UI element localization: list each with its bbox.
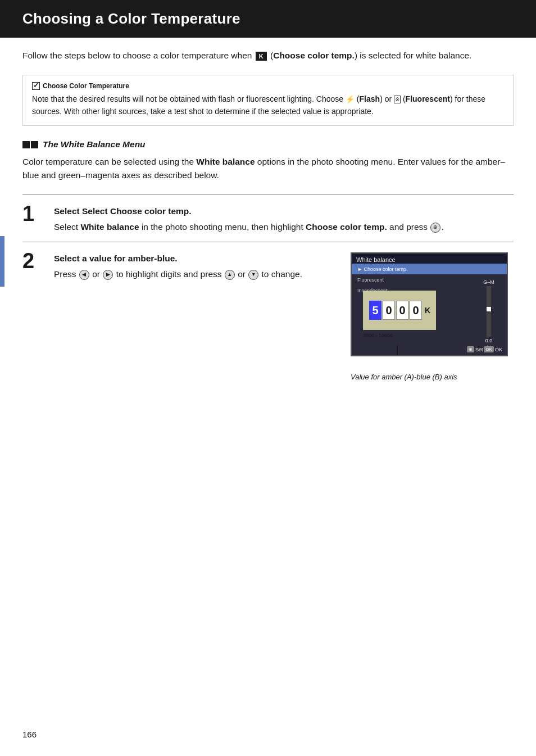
step-2-title: Select a value for amber-blue. — [54, 252, 339, 265]
content-area: Follow the steps below to choose a color… — [0, 49, 536, 422]
flash-icon: ⚡ — [346, 94, 355, 105]
left-dial-icon: ◀ — [79, 270, 89, 280]
left-accent-bar — [0, 236, 4, 287]
step-2-title-bold: Select a value for amber-blue. — [54, 253, 178, 263]
step-1-title: Select Select Choose color temp. — [54, 205, 514, 218]
step-2-body-part3: to change. — [262, 269, 302, 279]
camera-screen: White balance ► Choose color temp. Fluor… — [351, 252, 508, 356]
wb-section-heading: The White Balance Menu — [22, 139, 514, 150]
digit-1: 0 — [383, 301, 395, 320]
intro-text-before: Follow the steps below to choose a color… — [22, 49, 252, 62]
step-2-text: Select a value for amber-blue. Press ◀ o… — [54, 252, 339, 281]
steps-container: 1 Select Select Choose color temp. Selec… — [22, 194, 514, 399]
square-icon-2 — [31, 141, 38, 148]
page-number: 166 — [22, 730, 37, 739]
wb-menu-area: ► Choose color temp. Fluorescent Incande… — [352, 264, 507, 355]
menu-item-text-0: ► Choose color temp. — [357, 266, 407, 272]
set-circle-icon: ⊕ — [467, 346, 474, 352]
value-digits: 5 0 0 0 — [369, 300, 423, 320]
step-2-press-label: Press — [54, 269, 76, 279]
digit-2: 0 — [396, 301, 408, 320]
intro-text-end: ) is selected for white balance. — [355, 49, 472, 62]
set-ok-area: ⊕ Set OK OK — [467, 346, 502, 352]
note-title-text: Choose Color Temperature — [43, 82, 129, 90]
arrow-line — [397, 346, 398, 356]
camera-k-icon: K — [256, 52, 267, 61]
gm-value: 0.0 — [485, 338, 493, 343]
gm-label-top: G–M — [483, 279, 494, 285]
step-1-content: Select Select Choose color temp. Select … — [54, 203, 514, 234]
ok-badge: OK — [484, 346, 494, 352]
up-btn-icon: ▲ — [225, 270, 235, 280]
image-caption: Value for amber (A)-blue (B) axis — [351, 372, 514, 382]
note-title: Choose Color Temperature — [32, 82, 504, 90]
arrow-tip — [394, 356, 400, 356]
note-text: Note that the desired results will not b… — [32, 93, 504, 117]
step-2-or2: or — [238, 269, 246, 279]
wb-screen-label: White balance — [356, 256, 396, 263]
step-2-body: Press ◀ or ▶ to highlight digits and pre… — [54, 268, 339, 281]
menu-item-text-1: Fluorescent — [357, 277, 384, 283]
menu-row-0: ► Choose color temp. — [352, 264, 507, 274]
square-icon-1 — [22, 141, 30, 148]
step-1: 1 Select Select Choose color temp. Selec… — [22, 195, 514, 242]
fluor-label: Fluorescent — [406, 94, 450, 103]
page-title: Choosing a Color Temperature — [22, 10, 514, 28]
step-1-cct-label: Choose color temp. — [306, 222, 387, 232]
ok-label: OK — [495, 347, 502, 352]
step-1-wb-label: White balance — [80, 222, 139, 232]
step-2: 2 Select a value for amber-blue. Press ◀… — [22, 242, 514, 399]
step-1-title-bold: Select Choose color temp. — [82, 206, 192, 216]
step-2-content: Select a value for amber-blue. Press ◀ o… — [54, 250, 514, 382]
gm-bar-fill — [487, 307, 491, 311]
range-label: 2500 - 10000 — [363, 333, 393, 338]
arrow-indicator — [394, 346, 400, 356]
down-btn-icon: ▼ — [248, 270, 258, 280]
step-1-select-label: Select Select Choose color temp. — [54, 206, 192, 216]
intro-bold-text: Choose color temp. — [273, 49, 355, 62]
gm-bar-area: G–M 0.0 M — [478, 279, 500, 350]
wb-heading-text: The White Balance Menu — [43, 139, 146, 150]
wb-bold: White balance — [196, 157, 255, 166]
note-box: Choose Color Temperature Note that the d… — [22, 75, 514, 126]
flash-label: Flash — [360, 94, 380, 103]
step-2-or1: or — [92, 269, 100, 279]
page-container: Choosing a Color Temperature Follow the … — [0, 0, 536, 756]
digit-0: 5 — [369, 301, 381, 320]
digit-3: 0 — [410, 301, 422, 320]
screen-bottom-bar: ⊕ Set OK OK — [356, 346, 502, 352]
step-1-body: Select White balance in the photo shooti… — [54, 220, 514, 234]
step-2-number: 2 — [22, 250, 54, 382]
step-2-body-part2: to highlight digits and press — [116, 269, 222, 279]
fluor-icon: ※ — [394, 96, 401, 103]
gm-bar — [487, 286, 491, 337]
press-button-icon: ⊕ — [430, 223, 440, 233]
right-dial-icon: ▶ — [103, 270, 113, 280]
square-icons — [22, 141, 38, 148]
checkbox-icon — [32, 82, 40, 90]
note-text-part1: Note that the desired results will not b… — [32, 94, 343, 103]
set-label: Set — [475, 347, 483, 352]
step-2-image-area: White balance ► Choose color temp. Fluor… — [351, 252, 514, 382]
title-bar: Choosing a Color Temperature — [0, 0, 536, 38]
value-display-box: 5 0 0 0 K — [363, 291, 436, 330]
wb-section-paragraph: Color temperature can be selected using … — [22, 155, 514, 182]
note-or-text: or — [385, 94, 392, 103]
step-1-number: 1 — [22, 203, 54, 234]
k-unit-label: K — [425, 306, 430, 315]
intro-paragraph: Follow the steps below to choose a color… — [22, 49, 514, 62]
step-2-inner: Select a value for amber-blue. Press ◀ o… — [54, 252, 514, 382]
